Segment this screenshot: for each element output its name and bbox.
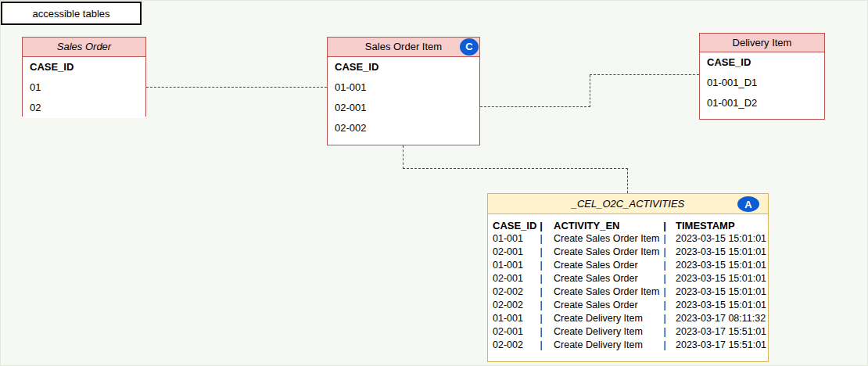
table-activities-header: _CEL_O2C_ACTIVITIES A [488,194,768,214]
table-sales-order-item[interactable]: Sales Order Item C CASE_ID 01-001 02-001… [327,37,480,145]
accessible-tables-label-text: accessible tables [33,8,110,20]
table-activities[interactable]: _CEL_O2C_ACTIVITIES A CASE_ID | ACTIVITY… [487,193,769,362]
pipe-separator: | [662,299,668,312]
timestamp-cell: 2023-03-15 15:01:01 [668,259,766,272]
case-id-cell: 02-001 [493,246,538,259]
activity-cell: Create Sales Order Item [544,285,662,299]
table-delivery-item-body: CASE_ID 01-001_D1 01-001_D2 [700,52,824,119]
pipe-separator: | [538,232,544,246]
case-id-cell: 02-002 [493,339,538,352]
pipe-separator: | [538,285,544,299]
pipe-separator: | [662,259,668,272]
table-row: 01 [23,77,145,98]
timestamp-cell: 2023-03-15 15:01:01 [668,299,766,312]
pipe-separator: | [538,246,544,259]
table-row: 01-001_D1 [700,73,824,93]
table-sales-order-item-body: CASE_ID 01-001 02-001 02-002 [328,57,479,145]
activity-cell: Create Sales Order [544,272,662,285]
pipe-separator: | [538,339,544,352]
table-sales-order-item-header: Sales Order Item C [328,38,479,57]
pipe-separator: | [538,219,544,232]
column-header-activity-en: ACTIVITY_EN [544,219,662,232]
activity-table-badge[interactable]: A [737,196,759,212]
activity-row: 02-001 | Create Delivery Item | 2023-03-… [493,325,768,339]
column-header-case-id: CASE_ID [23,57,145,77]
table-row: 02-002 [328,118,479,138]
activity-row: 01-001 | Create Delivery Item | 2023-03-… [493,312,768,325]
case-id-cell: 01-001 [493,259,538,272]
pipe-separator: | [662,246,668,259]
timestamp-cell: 2023-03-15 15:01:01 [668,272,766,285]
pipe-separator: | [662,272,668,285]
connector-salesorderitem-to-deliveryitem-seg1[interactable] [480,106,590,107]
column-header-case-id: CASE_ID [493,219,538,232]
table-sales-order[interactable]: Sales Order CASE_ID 01 02 [22,37,146,117]
activity-row: 02-002 | Create Sales Order | 2023-03-15… [493,299,768,312]
activity-row: 02-002 | Create Sales Order Item | 2023-… [493,285,768,299]
case-id-cell: 02-001 [493,272,538,285]
connector-salesorder-to-salesorderitem[interactable] [146,87,327,88]
timestamp-cell: 2023-03-17 15:51:01 [668,325,766,339]
pipe-separator: | [538,325,544,339]
timestamp-cell: 2023-03-17 15:51:01 [668,339,766,352]
accessible-tables-label[interactable]: accessible tables [1,2,142,25]
connector-salesorderitem-to-deliveryitem-seg3[interactable] [590,74,699,75]
pipe-separator: | [662,232,668,246]
pipe-separator: | [662,285,668,299]
connector-salesorderitem-to-activities-seg2[interactable] [403,168,628,169]
pipe-separator: | [662,325,668,339]
timestamp-cell: 2023-03-15 15:01:01 [668,246,766,259]
column-header-case-id: CASE_ID [328,57,479,77]
timestamp-cell: 2023-03-15 15:01:01 [668,232,766,246]
case-table-badge[interactable]: C [460,38,479,56]
activities-column-header-row: CASE_ID | ACTIVITY_EN | TIMESTAMP [493,219,768,232]
table-delivery-item[interactable]: Delivery Item CASE_ID 01-001_D1 01-001_D… [699,33,825,120]
table-row: 02-001 [328,98,479,118]
pipe-separator: | [538,312,544,325]
column-header-timestamp: TIMESTAMP [668,219,735,232]
table-sales-order-title: Sales Order [23,38,145,57]
table-activities-body: CASE_ID | ACTIVITY_EN | TIMESTAMP 01-001… [488,214,768,352]
activity-cell: Create Sales Order Item [544,246,662,259]
case-id-cell: 02-002 [493,285,538,299]
pipe-separator: | [662,339,668,352]
pipe-separator: | [538,299,544,312]
activity-row: 02-002 | Create Delivery Item | 2023-03-… [493,339,768,352]
activity-row: 01-001 | Create Sales Order Item | 2023-… [493,232,768,246]
pipe-separator: | [538,272,544,285]
table-row: 01-001_D2 [700,93,824,113]
table-sales-order-item-title: Sales Order Item [365,41,442,52]
activity-cell: Create Sales Order [544,299,662,312]
activity-row: 02-001 | Create Sales Order | 2023-03-15… [493,272,768,285]
activity-cell: Create Delivery Item [544,312,662,325]
table-delivery-item-title: Delivery Item [700,34,824,52]
activity-cell: Create Delivery Item [544,339,662,352]
activity-cell: Create Sales Order [544,259,662,272]
timestamp-cell: 2023-03-15 15:01:01 [668,285,766,299]
table-row: 01-001 [328,77,479,98]
activity-row: 02-001 | Create Sales Order Item | 2023-… [493,246,768,259]
column-header-case-id: CASE_ID [700,52,824,73]
table-row: 02 [23,98,145,118]
case-id-cell: 01-001 [493,312,538,325]
activity-row: 01-001 | Create Sales Order | 2023-03-15… [493,259,768,272]
table-sales-order-body: CASE_ID 01 02 [23,57,145,118]
case-id-cell: 02-002 [493,299,538,312]
timestamp-cell: 2023-03-17 08:11:32 [668,312,766,325]
case-id-cell: 02-001 [493,325,538,339]
pipe-separator: | [662,312,668,325]
pipe-separator: | [538,259,544,272]
pipe-separator: | [662,219,668,232]
connector-salesorderitem-to-activities-seg1[interactable] [403,145,404,169]
connector-salesorderitem-to-deliveryitem-seg2[interactable] [590,75,590,107]
diagram-canvas: accessible tables Sales Order CASE_ID 01… [0,0,868,366]
activity-cell: Create Sales Order Item [544,232,662,246]
connector-salesorderitem-to-activities-seg3[interactable] [627,168,628,193]
activity-cell: Create Delivery Item [544,325,662,339]
case-id-cell: 01-001 [493,232,538,246]
table-activities-title: _CEL_O2C_ACTIVITIES [572,198,685,210]
